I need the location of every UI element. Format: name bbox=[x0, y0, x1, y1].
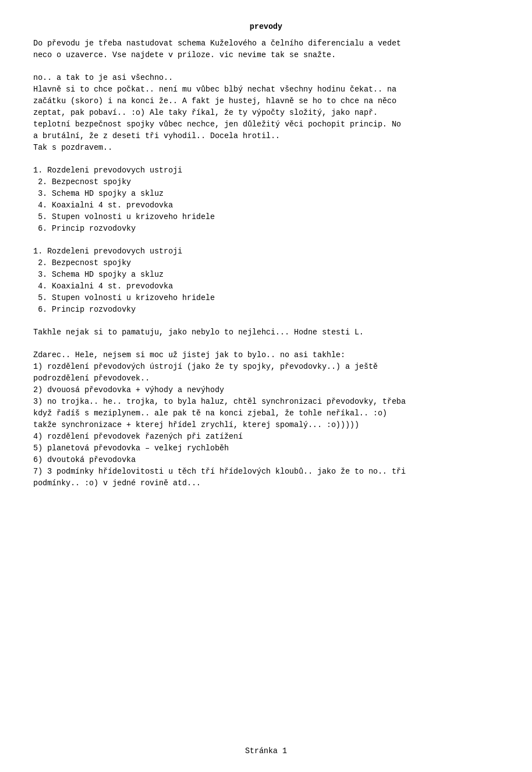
comment1: Takhle nejak si to pamatuju, jako nebylo… bbox=[33, 327, 499, 338]
intro-paragraph: Do převodu je třeba nastudovat schema Ku… bbox=[33, 38, 499, 61]
body-paragraph1: no.. a tak to je asi všechno.. Hlavně si… bbox=[33, 72, 499, 154]
page-footer: Stránka 1 bbox=[0, 746, 532, 755]
page-container: prevody Do převodu je třeba nastudovat s… bbox=[0, 0, 532, 772]
page-title: prevody bbox=[33, 22, 499, 31]
comment2: Zdarec.. Hele, nejsem si moc už jistej j… bbox=[33, 349, 499, 489]
list2: 1. Rozdeleni prevodovych ustroji 2. Bezp… bbox=[33, 246, 499, 316]
list1: 1. Rozdeleni prevodovych ustroji 2. Bezp… bbox=[33, 165, 499, 235]
